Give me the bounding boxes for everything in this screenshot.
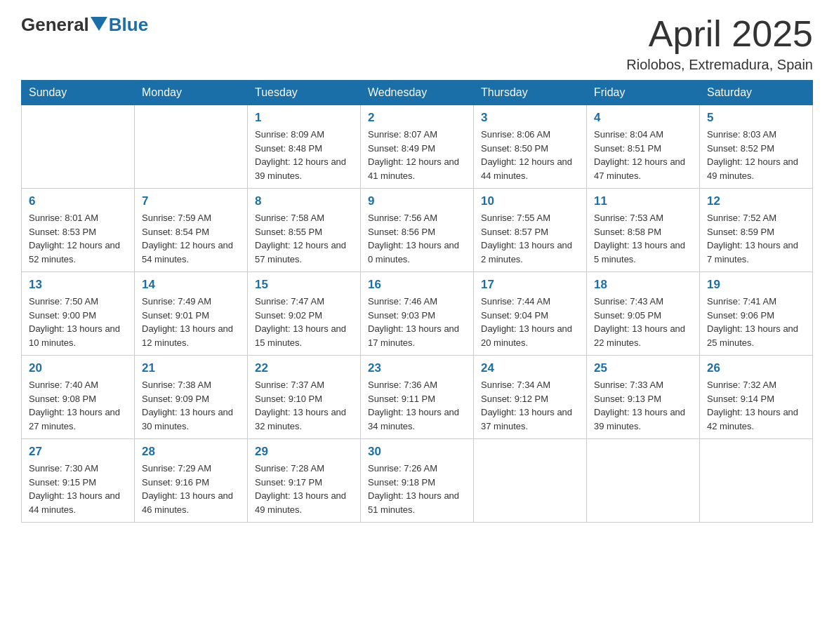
page-header: General Blue April 2025 Riolobos, Extrem…: [21, 14, 813, 73]
calendar-cell: [587, 439, 700, 523]
calendar-cell: 9Sunrise: 7:56 AMSunset: 8:56 PMDaylight…: [361, 189, 474, 272]
cell-day-number: 22: [255, 361, 353, 375]
cell-day-number: 28: [142, 445, 240, 459]
calendar-cell: 14Sunrise: 7:49 AMSunset: 9:01 PMDayligh…: [135, 272, 248, 356]
cell-day-number: 29: [255, 445, 353, 459]
weekday-header-row: SundayMondayTuesdayWednesdayThursdayFrid…: [22, 81, 813, 105]
calendar-cell: [22, 105, 135, 189]
cell-day-number: 24: [481, 361, 579, 375]
cell-day-number: 5: [707, 111, 805, 125]
logo-triangle-icon: [91, 17, 107, 31]
weekday-header-tuesday: Tuesday: [248, 81, 361, 105]
logo-text-blue: Blue: [109, 14, 148, 36]
logo: General Blue: [21, 14, 148, 36]
cell-day-number: 21: [142, 361, 240, 375]
calendar-cell: 3Sunrise: 8:06 AMSunset: 8:50 PMDaylight…: [474, 105, 587, 189]
calendar-header: SundayMondayTuesdayWednesdayThursdayFrid…: [22, 81, 813, 105]
cell-sun-info: Sunrise: 7:38 AMSunset: 9:09 PMDaylight:…: [142, 378, 240, 433]
calendar-subtitle: Riolobos, Extremadura, Spain: [626, 57, 813, 73]
cell-day-number: 11: [594, 194, 692, 208]
calendar-week-row: 13Sunrise: 7:50 AMSunset: 9:00 PMDayligh…: [22, 272, 813, 356]
cell-day-number: 8: [255, 194, 353, 208]
cell-sun-info: Sunrise: 7:34 AMSunset: 9:12 PMDaylight:…: [481, 378, 579, 433]
calendar-week-row: 6Sunrise: 8:01 AMSunset: 8:53 PMDaylight…: [22, 189, 813, 272]
cell-sun-info: Sunrise: 8:01 AMSunset: 8:53 PMDaylight:…: [29, 211, 127, 266]
calendar-cell: 8Sunrise: 7:58 AMSunset: 8:55 PMDaylight…: [248, 189, 361, 272]
calendar-cell: [135, 105, 248, 189]
cell-sun-info: Sunrise: 7:44 AMSunset: 9:04 PMDaylight:…: [481, 295, 579, 349]
cell-sun-info: Sunrise: 7:50 AMSunset: 9:00 PMDaylight:…: [29, 295, 127, 349]
calendar-cell: 2Sunrise: 8:07 AMSunset: 8:49 PMDaylight…: [361, 105, 474, 189]
cell-day-number: 19: [707, 278, 805, 292]
calendar-cell: 29Sunrise: 7:28 AMSunset: 9:17 PMDayligh…: [248, 439, 361, 523]
cell-day-number: 12: [707, 194, 805, 208]
cell-day-number: 30: [368, 445, 466, 459]
cell-day-number: 2: [368, 111, 466, 125]
calendar-cell: 28Sunrise: 7:29 AMSunset: 9:16 PMDayligh…: [135, 439, 248, 523]
cell-sun-info: Sunrise: 7:43 AMSunset: 9:05 PMDaylight:…: [594, 295, 692, 349]
cell-sun-info: Sunrise: 8:03 AMSunset: 8:52 PMDaylight:…: [707, 128, 805, 182]
calendar-week-row: 27Sunrise: 7:30 AMSunset: 9:15 PMDayligh…: [22, 439, 813, 523]
calendar-cell: 20Sunrise: 7:40 AMSunset: 9:08 PMDayligh…: [22, 356, 135, 439]
weekday-header-thursday: Thursday: [474, 81, 587, 105]
weekday-header-sunday: Sunday: [22, 81, 135, 105]
cell-day-number: 20: [29, 361, 127, 375]
cell-day-number: 25: [594, 361, 692, 375]
weekday-header-friday: Friday: [587, 81, 700, 105]
cell-day-number: 1: [255, 111, 353, 125]
cell-day-number: 6: [29, 194, 127, 208]
calendar-cell: 25Sunrise: 7:33 AMSunset: 9:13 PMDayligh…: [587, 356, 700, 439]
calendar-cell: 7Sunrise: 7:59 AMSunset: 8:54 PMDaylight…: [135, 189, 248, 272]
cell-sun-info: Sunrise: 8:06 AMSunset: 8:50 PMDaylight:…: [481, 128, 579, 182]
title-area: April 2025 Riolobos, Extremadura, Spain: [626, 14, 813, 73]
cell-day-number: 26: [707, 361, 805, 375]
cell-sun-info: Sunrise: 7:36 AMSunset: 9:11 PMDaylight:…: [368, 378, 466, 433]
cell-sun-info: Sunrise: 7:52 AMSunset: 8:59 PMDaylight:…: [707, 211, 805, 266]
cell-day-number: 3: [481, 111, 579, 125]
cell-sun-info: Sunrise: 7:29 AMSunset: 9:16 PMDaylight:…: [142, 462, 240, 516]
calendar-cell: 23Sunrise: 7:36 AMSunset: 9:11 PMDayligh…: [361, 356, 474, 439]
cell-day-number: 27: [29, 445, 127, 459]
cell-day-number: 13: [29, 278, 127, 292]
calendar-title: April 2025: [626, 14, 813, 54]
cell-sun-info: Sunrise: 7:58 AMSunset: 8:55 PMDaylight:…: [255, 211, 353, 266]
calendar-cell: 19Sunrise: 7:41 AMSunset: 9:06 PMDayligh…: [700, 272, 813, 356]
calendar-week-row: 1Sunrise: 8:09 AMSunset: 8:48 PMDaylight…: [22, 105, 813, 189]
cell-sun-info: Sunrise: 8:09 AMSunset: 8:48 PMDaylight:…: [255, 128, 353, 182]
calendar-cell: 18Sunrise: 7:43 AMSunset: 9:05 PMDayligh…: [587, 272, 700, 356]
calendar-cell: 24Sunrise: 7:34 AMSunset: 9:12 PMDayligh…: [474, 356, 587, 439]
cell-sun-info: Sunrise: 7:41 AMSunset: 9:06 PMDaylight:…: [707, 295, 805, 349]
cell-sun-info: Sunrise: 7:47 AMSunset: 9:02 PMDaylight:…: [255, 295, 353, 349]
calendar-table: SundayMondayTuesdayWednesdayThursdayFrid…: [21, 80, 813, 523]
calendar-cell: 30Sunrise: 7:26 AMSunset: 9:18 PMDayligh…: [361, 439, 474, 523]
cell-sun-info: Sunrise: 8:07 AMSunset: 8:49 PMDaylight:…: [368, 128, 466, 182]
cell-sun-info: Sunrise: 7:40 AMSunset: 9:08 PMDaylight:…: [29, 378, 127, 433]
calendar-cell: 4Sunrise: 8:04 AMSunset: 8:51 PMDaylight…: [587, 105, 700, 189]
calendar-cell: 27Sunrise: 7:30 AMSunset: 9:15 PMDayligh…: [22, 439, 135, 523]
cell-day-number: 10: [481, 194, 579, 208]
cell-day-number: 16: [368, 278, 466, 292]
weekday-header-saturday: Saturday: [700, 81, 813, 105]
calendar-cell: 26Sunrise: 7:32 AMSunset: 9:14 PMDayligh…: [700, 356, 813, 439]
calendar-cell: 6Sunrise: 8:01 AMSunset: 8:53 PMDaylight…: [22, 189, 135, 272]
cell-day-number: 7: [142, 194, 240, 208]
cell-sun-info: Sunrise: 7:33 AMSunset: 9:13 PMDaylight:…: [594, 378, 692, 433]
calendar-cell: 12Sunrise: 7:52 AMSunset: 8:59 PMDayligh…: [700, 189, 813, 272]
cell-sun-info: Sunrise: 7:53 AMSunset: 8:58 PMDaylight:…: [594, 211, 692, 266]
weekday-header-monday: Monday: [135, 81, 248, 105]
cell-sun-info: Sunrise: 7:49 AMSunset: 9:01 PMDaylight:…: [142, 295, 240, 349]
calendar-cell: 21Sunrise: 7:38 AMSunset: 9:09 PMDayligh…: [135, 356, 248, 439]
calendar-cell: 13Sunrise: 7:50 AMSunset: 9:00 PMDayligh…: [22, 272, 135, 356]
calendar-cell: 17Sunrise: 7:44 AMSunset: 9:04 PMDayligh…: [474, 272, 587, 356]
cell-sun-info: Sunrise: 7:28 AMSunset: 9:17 PMDaylight:…: [255, 462, 353, 516]
calendar-cell: [474, 439, 587, 523]
cell-sun-info: Sunrise: 7:46 AMSunset: 9:03 PMDaylight:…: [368, 295, 466, 349]
cell-sun-info: Sunrise: 7:30 AMSunset: 9:15 PMDaylight:…: [29, 462, 127, 516]
calendar-cell: 10Sunrise: 7:55 AMSunset: 8:57 PMDayligh…: [474, 189, 587, 272]
cell-day-number: 17: [481, 278, 579, 292]
cell-day-number: 23: [368, 361, 466, 375]
cell-sun-info: Sunrise: 7:56 AMSunset: 8:56 PMDaylight:…: [368, 211, 466, 266]
cell-day-number: 18: [594, 278, 692, 292]
cell-sun-info: Sunrise: 7:59 AMSunset: 8:54 PMDaylight:…: [142, 211, 240, 266]
cell-sun-info: Sunrise: 7:37 AMSunset: 9:10 PMDaylight:…: [255, 378, 353, 433]
